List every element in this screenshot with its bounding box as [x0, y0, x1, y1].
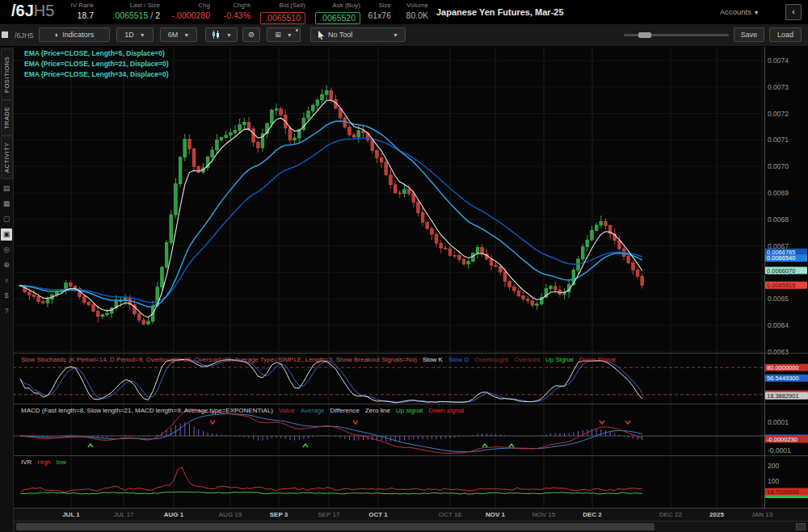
- legend-item: Slow D: [448, 356, 469, 363]
- chart-background: [13, 46, 808, 532]
- chevron-down-icon: ▾: [755, 9, 758, 16]
- zoom-slider-handle[interactable]: [638, 32, 651, 38]
- legend-item: IVR: [21, 459, 32, 466]
- legend-item: Down signal: [428, 407, 464, 414]
- macd-legend: MACD (Fast length=8, Slow length=21, MAC…: [21, 407, 469, 414]
- legend-item: Average: [301, 407, 325, 414]
- zoom-slider[interactable]: [624, 34, 729, 36]
- chart-settings-button[interactable]: ⚙: [242, 27, 260, 42]
- legend-item: Difference: [330, 407, 360, 414]
- indicators-button[interactable]: ◐ Indicators: [39, 27, 110, 42]
- scrollbar-corner-button[interactable]: [796, 523, 806, 530]
- toolbar-symbol-label: /6JH5: [15, 31, 34, 40]
- legend-item: Up signal: [396, 407, 423, 414]
- plus-icon[interactable]: ⊕: [1, 259, 12, 271]
- save-button[interactable]: Save: [734, 27, 764, 42]
- sidebar-tab-trade[interactable]: TRADE: [1, 100, 13, 136]
- legend-item: Slow K: [423, 356, 443, 363]
- horizontal-scrollbar[interactable]: [13, 521, 808, 532]
- scrollbar-thumb[interactable]: [16, 523, 654, 530]
- chevron-down-icon: ▼: [287, 32, 292, 38]
- legend-item: Zero line: [365, 407, 390, 414]
- sidebar-tab-positions[interactable]: POSITIONS: [1, 48, 13, 100]
- ema-label: EMA (Price=CLOSE, Length=5, Displace=0): [24, 48, 168, 59]
- stat-ask: Ask (Buy) .0065520: [310, 2, 360, 24]
- globe-icon[interactable]: ♁: [1, 274, 12, 287]
- drawing-set-dropdown[interactable]: ⊞ ▼: [267, 27, 301, 42]
- drawing-set-icon: ⊞: [275, 31, 281, 39]
- chart-style-dropdown[interactable]: ▼: [205, 27, 238, 42]
- instrument-title: Japanese Yen Futures, Mar-25: [436, 7, 564, 17]
- chart-toolbar: /6JH5 ◐ Indicators 1D▼ 6M▼ ▼ ⚙ ⊞ ▼ No To…: [0, 24, 808, 47]
- box-icon[interactable]: ▢: [1, 213, 12, 225]
- candlestick-icon: [211, 30, 221, 40]
- help-icon[interactable]: ?: [1, 305, 12, 317]
- legend-item: low: [57, 459, 66, 466]
- top-quote-bar: /6JH5 IV Rank 18.7 Last / Size .0065515 …: [0, 0, 808, 24]
- timeframe-dropdown[interactable]: 1D▼: [116, 27, 154, 42]
- chart-icon[interactable]: ▣: [1, 228, 12, 241]
- active-tool-dropdown[interactable]: No Tool ▼: [310, 27, 406, 42]
- stat-volume: Volume 80.0K: [396, 2, 428, 21]
- stat-iv-rank: IV Rank 18.7: [52, 2, 94, 21]
- stochastic-legend: Slow Stochastic (K Period=14, D Period=9…: [21, 356, 621, 363]
- ivr-legend: IVRHighlow: [21, 459, 72, 466]
- collapse-panel-button[interactable]: ‹: [785, 4, 802, 20]
- grid-icon[interactable]: ▦: [1, 198, 12, 210]
- chevron-down-icon: ▼: [393, 32, 398, 38]
- target-icon[interactable]: ◎: [1, 244, 12, 256]
- panel-handle-icon[interactable]: [2, 31, 8, 38]
- accounts-dropdown[interactable]: Accounts▾: [720, 7, 758, 16]
- legend-item: Oversold: [514, 356, 540, 363]
- symbol-title: /6JH5: [11, 2, 54, 20]
- legend-item: Overbought: [474, 356, 508, 363]
- ema-label: EMA (Price=CLOSE, Length=21, Displace=0): [24, 59, 168, 69]
- stat-bid: Bid (Sell) .0065510: [255, 2, 305, 24]
- left-sidebar: POSITIONS TRADE ACTIVITY ▤▦▢▣◎⊕♁$?: [0, 46, 14, 532]
- stat-last-size: Last / Size .0065515 / 2: [99, 2, 160, 21]
- monitor-icon[interactable]: ▤: [1, 182, 12, 195]
- legend-item: Down Signal: [579, 356, 616, 363]
- chevron-down-icon: ▼: [140, 32, 145, 38]
- legend-item: Slow Stochastic (K Period=14, D Period=9…: [21, 356, 417, 363]
- indicators-icon: ◐: [55, 31, 59, 39]
- stat-change: Chg -.0000280: [160, 2, 210, 21]
- cursor-icon: [318, 31, 325, 40]
- ema-label: EMA (Price=CLOSE, Length=34, Displace=0): [24, 69, 168, 80]
- dollar-icon[interactable]: $: [1, 290, 12, 302]
- load-button[interactable]: Load: [769, 27, 802, 42]
- chevron-down-icon: ▼: [226, 32, 232, 38]
- bid-button[interactable]: .0065510: [260, 12, 305, 24]
- gear-icon: ⚙: [248, 31, 255, 39]
- legend-item: High: [37, 459, 50, 466]
- sidebar-tab-activity[interactable]: ACTIVITY: [1, 136, 13, 179]
- symbol-root: /6J: [11, 2, 34, 19]
- chevron-down-icon: ▼: [183, 32, 189, 38]
- stat-change-pct: Chg% -0.43%: [215, 2, 250, 21]
- ema-study-legend: EMA (Price=CLOSE, Length=5, Displace=0)E…: [24, 48, 168, 80]
- flag-dot-icon: [296, 29, 298, 31]
- legend-item: Value: [279, 407, 295, 414]
- stat-size: Size 61x76: [360, 2, 391, 21]
- legend-item: MACD (Fast length=8, Slow length=21, MAC…: [21, 407, 273, 414]
- legend-item: Up Signal: [545, 356, 574, 363]
- ask-button[interactable]: .0065520: [315, 12, 360, 24]
- range-dropdown[interactable]: 6M▼: [160, 27, 197, 42]
